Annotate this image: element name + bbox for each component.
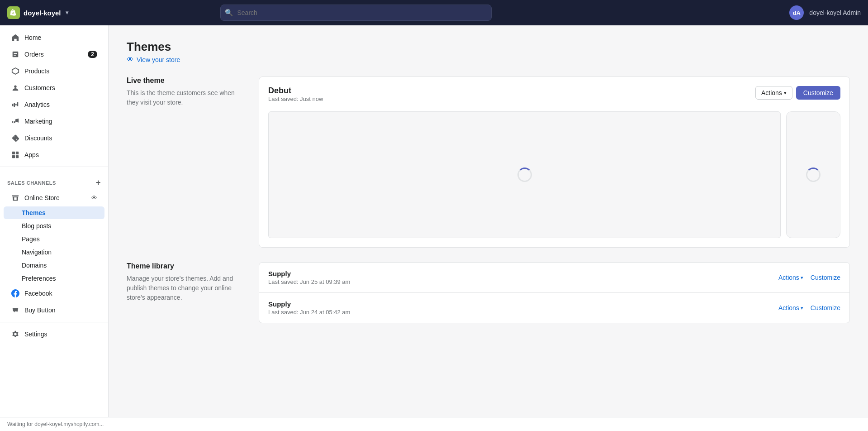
sidebar-sub-themes[interactable]: Themes <box>4 206 104 219</box>
theme-lib-info-0: Supply Last saved: Jun 25 at 09:39 am <box>268 270 778 285</box>
theme-lib-actions-0: Actions ▾ Customize <box>778 274 840 281</box>
buy-button-icon <box>11 306 20 315</box>
live-theme-title: Live theme <box>127 77 244 85</box>
live-theme-card: Debut Last saved: Just now Actions ▾ Cus… <box>259 77 850 248</box>
sidebar-sub-preferences[interactable]: Preferences <box>4 272 104 285</box>
customize-button[interactable]: Customize <box>796 86 840 100</box>
sidebar-item-discounts[interactable]: Discounts <box>4 130 104 146</box>
view-store-label: View your store <box>137 56 180 63</box>
sidebar-item-marketing-label: Marketing <box>24 118 52 125</box>
sidebar-item-apps[interactable]: Apps <box>4 147 104 163</box>
sidebar-divider-2 <box>0 322 108 322</box>
actions-label: Actions <box>761 89 782 96</box>
topnav-right: dA doyel-koyel Admin <box>789 5 861 20</box>
theme-lib-name-0: Supply <box>268 270 778 278</box>
page-title: Themes <box>127 40 850 54</box>
theme-lib-actions-button-0[interactable]: Actions ▾ <box>778 274 803 281</box>
sidebar-item-analytics-label: Analytics <box>24 101 50 108</box>
actions-button[interactable]: Actions ▾ <box>755 86 792 100</box>
live-theme-info: Live theme This is the theme customers s… <box>127 77 244 107</box>
sidebar-sub-domains-label: Domains <box>22 262 47 269</box>
search-bar: 🔍 <box>220 5 492 21</box>
analytics-icon <box>11 100 20 109</box>
sidebar-item-facebook[interactable]: Facebook <box>4 285 104 302</box>
sidebar-divider <box>0 167 108 167</box>
eye-icon[interactable]: 👁 <box>91 194 97 201</box>
search-icon: 🔍 <box>225 9 233 17</box>
theme-lib-customize-button-1[interactable]: Customize <box>811 304 840 311</box>
chevron-down-icon-1: ▾ <box>801 305 803 311</box>
sidebar-item-online-store[interactable]: Online Store 👁 <box>4 190 104 206</box>
theme-lib-actions-label-1: Actions <box>778 304 799 311</box>
sidebar-item-apps-label: Apps <box>24 151 39 158</box>
live-theme-actions: Actions ▾ Customize <box>755 86 840 100</box>
svg-rect-1 <box>12 152 15 154</box>
facebook-icon <box>11 289 20 298</box>
svg-rect-3 <box>12 155 15 158</box>
table-row: Supply Last saved: Jun 25 at 09:39 am Ac… <box>259 263 849 293</box>
sidebar-sub-navigation[interactable]: Navigation <box>4 246 104 259</box>
sidebar-sub-themes-label: Themes <box>22 209 46 216</box>
username: doyel-koyel Admin <box>809 9 861 16</box>
sidebar-sub-domains[interactable]: Domains <box>4 259 104 272</box>
sidebar-sub-pages[interactable]: Pages <box>4 233 104 245</box>
sidebar-item-products-label: Products <box>24 67 49 75</box>
shopify-logo <box>7 6 20 19</box>
sidebar-item-marketing[interactable]: Marketing <box>4 113 104 129</box>
discounts-icon <box>11 134 20 143</box>
sidebar-item-orders-label: Orders <box>24 51 44 58</box>
apps-icon <box>11 150 20 159</box>
view-store-link[interactable]: 👁 View your store <box>127 56 850 64</box>
sales-channels-label: SALES CHANNELS + <box>0 171 108 189</box>
sidebar-item-settings-label: Settings <box>24 330 47 338</box>
sidebar-item-discounts-label: Discounts <box>24 134 52 142</box>
theme-lib-saved-0: Last saved: Jun 25 at 09:39 am <box>268 278 778 285</box>
live-theme-details: Debut Last saved: Just now <box>268 86 323 110</box>
sidebar-item-products[interactable]: Products <box>4 63 104 79</box>
sidebar-sub-navigation-label: Navigation <box>22 249 52 256</box>
svg-rect-4 <box>16 155 19 158</box>
loading-spinner-desktop <box>517 168 532 182</box>
top-navigation: doyel-koyel ▾ 🔍 dA doyel-koyel Admin <box>0 0 868 25</box>
sidebar-item-orders[interactable]: Orders 2 <box>4 46 104 62</box>
theme-lib-customize-button-0[interactable]: Customize <box>811 274 840 281</box>
sidebar-item-customers[interactable]: Customers <box>4 80 104 96</box>
live-theme-desc: This is the theme customers see when the… <box>127 88 244 107</box>
main-content: Themes 👁 View your store Live theme This… <box>109 25 868 431</box>
customers-icon <box>11 83 20 92</box>
theme-library-card: Supply Last saved: Jun 25 at 09:39 am Ac… <box>259 262 850 323</box>
brand-logo[interactable]: doyel-koyel ▾ <box>7 6 68 19</box>
theme-preview <box>268 111 840 238</box>
preview-desktop <box>268 111 781 238</box>
orders-badge: 2 <box>88 51 97 58</box>
live-theme-card-header: Debut Last saved: Just now Actions ▾ Cus… <box>268 86 840 110</box>
sidebar: Home Orders 2 Products Customers A <box>0 25 109 431</box>
theme-lib-name-1: Supply <box>268 300 778 308</box>
theme-lib-actions-button-1[interactable]: Actions ▾ <box>778 304 803 311</box>
theme-lib-actions-label-0: Actions <box>778 274 799 281</box>
live-theme-section: Live theme This is the theme customers s… <box>127 77 850 248</box>
preview-mobile <box>786 111 840 238</box>
sidebar-item-customers-label: Customers <box>24 84 55 91</box>
settings-icon <box>11 330 20 339</box>
marketing-icon <box>11 117 20 126</box>
sidebar-sub-blog-posts[interactable]: Blog posts <box>4 220 104 232</box>
live-theme-saved: Last saved: Just now <box>268 96 323 102</box>
theme-lib-info-1: Supply Last saved: Jun 24 at 05:42 am <box>268 300 778 316</box>
sidebar-item-facebook-label: Facebook <box>24 290 52 297</box>
actions-chevron-icon: ▾ <box>784 90 787 96</box>
sidebar-sub-preferences-label: Preferences <box>22 275 56 282</box>
sidebar-item-home[interactable]: Home <box>4 29 104 46</box>
add-sales-channel-button[interactable]: + <box>96 178 101 187</box>
live-theme-name: Debut <box>268 86 323 96</box>
sidebar-item-analytics[interactable]: Analytics <box>4 96 104 113</box>
search-input[interactable] <box>220 5 492 21</box>
theme-library-info: Theme library Manage your store's themes… <box>127 262 244 302</box>
view-store-eye-icon: 👁 <box>127 56 134 64</box>
sidebar-item-settings[interactable]: Settings <box>4 326 104 342</box>
layout: Home Orders 2 Products Customers A <box>0 25 868 431</box>
avatar[interactable]: dA <box>789 5 804 20</box>
sidebar-item-buy-button-label: Buy Button <box>24 306 56 314</box>
table-row: Supply Last saved: Jun 24 at 05:42 am Ac… <box>259 293 849 323</box>
sidebar-item-buy-button[interactable]: Buy Button <box>4 302 104 318</box>
